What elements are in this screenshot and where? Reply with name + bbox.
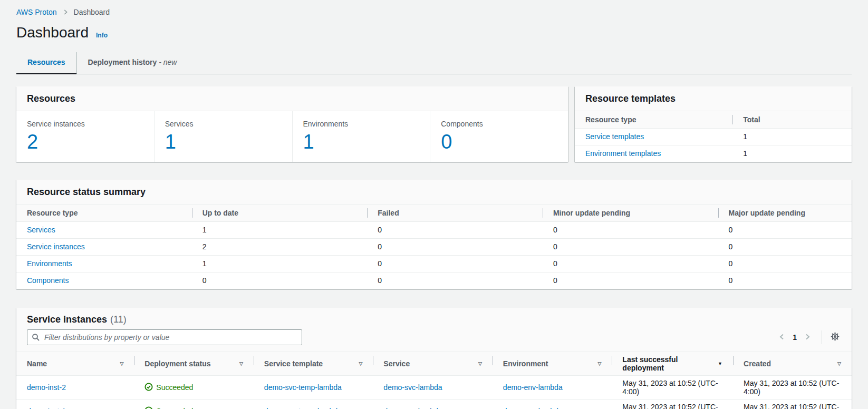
- cell-major: 0: [718, 238, 852, 255]
- col-failed: Failed: [367, 204, 543, 221]
- sort-icon: ▽: [239, 361, 243, 366]
- tab-deployment-history-new-badge: - new: [159, 58, 177, 66]
- pagination-current-page[interactable]: 1: [793, 333, 797, 342]
- table-row: demo-inst-2 Succeeded demo-svc-temp-lamb…: [16, 376, 852, 400]
- table-row: Services 1 0 0 0: [16, 221, 852, 238]
- resource-status-summary-panel: Resource status summary Resource type Up…: [16, 180, 852, 289]
- environment-link[interactable]: demo-env-lambda: [503, 383, 563, 392]
- metric-service-instances: Service instances 2: [16, 111, 154, 162]
- col-deployment-status[interactable]: Deployment status▽: [134, 352, 254, 376]
- col-service-label: Service: [383, 359, 410, 368]
- resources-panel-title: Resources: [16, 86, 568, 111]
- instance-name-link[interactable]: demo-inst-1: [27, 407, 66, 409]
- table-row: Environments 1 0 0 0: [16, 255, 852, 272]
- instance-name-link[interactable]: demo-inst-2: [27, 383, 66, 392]
- tab-resources[interactable]: Resources: [16, 52, 76, 74]
- check-circle-icon: [144, 383, 156, 393]
- page-title: Dashboard: [16, 24, 89, 42]
- components-link[interactable]: Components: [27, 276, 69, 285]
- cell-up-to-date: 1: [192, 221, 368, 238]
- filter-field: [27, 329, 302, 345]
- col-environment-label: Environment: [503, 359, 548, 368]
- col-name-label: Name: [27, 359, 47, 368]
- last-deployment-cell: May 31, 2023 at 10:52 (UTC-4:00): [612, 376, 733, 400]
- breadcrumb: AWS Proton Dashboard: [16, 0, 852, 16]
- service-template-link[interactable]: demo-svc-temp-lambda: [264, 407, 342, 409]
- col-service-template-label: Service template: [264, 359, 323, 368]
- sort-icon: ▽: [597, 361, 601, 366]
- sort-icon: ▽: [359, 361, 362, 366]
- service-instances-title: Service instances: [27, 314, 107, 325]
- chevron-right-icon: [62, 8, 69, 16]
- cell-minor: 0: [543, 255, 718, 272]
- resource-status-summary-title: Resource status summary: [16, 180, 852, 204]
- metric-label: Services: [165, 119, 282, 129]
- cell-failed: 0: [367, 255, 543, 272]
- col-total: Total: [732, 111, 852, 128]
- cell-major: 0: [718, 221, 852, 238]
- check-circle-icon: [144, 406, 156, 409]
- col-service[interactable]: Service▽: [373, 352, 493, 376]
- sort-descending-icon: ▼: [718, 361, 722, 366]
- col-last-successful-deployment-label: Last successful deployment: [622, 355, 715, 372]
- metric-label: Components: [441, 119, 557, 129]
- col-environment[interactable]: Environment▽: [493, 352, 612, 376]
- cell-failed: 0: [367, 238, 543, 255]
- col-created-label: Created: [744, 359, 771, 368]
- col-major-update-pending: Major update pending: [718, 204, 852, 221]
- metric-value-link[interactable]: 1: [165, 130, 176, 153]
- col-deployment-status-label: Deployment status: [144, 359, 210, 368]
- metric-value-link[interactable]: 1: [303, 130, 314, 153]
- tab-bar: Resources Deployment history - new: [16, 52, 852, 74]
- col-minor-update-pending: Minor update pending: [543, 204, 718, 221]
- services-link[interactable]: Services: [27, 226, 55, 234]
- service-instances-table: Name▽ Deployment status▽ Service templat…: [16, 352, 852, 409]
- metric-value-link[interactable]: 0: [441, 130, 452, 153]
- table-row: demo-inst-1 Succeeded demo-svc-temp-lamb…: [16, 400, 852, 409]
- pagination-prev-button[interactable]: [776, 330, 788, 345]
- sort-icon: ▽: [837, 361, 841, 366]
- service-instances-header: Service instances (11) 1: [16, 308, 852, 352]
- status-label: Succeeded: [156, 407, 193, 409]
- info-link[interactable]: Info: [96, 32, 108, 39]
- status-label: Succeeded: [156, 383, 193, 392]
- col-resource-type: Resource type: [16, 204, 192, 221]
- environment-templates-link[interactable]: Environment templates: [585, 149, 661, 158]
- cell-failed: 0: [367, 272, 543, 289]
- table-controls: 1: [776, 330, 841, 345]
- pagination-next-button[interactable]: [801, 330, 814, 345]
- service-templates-link[interactable]: Service templates: [585, 132, 644, 141]
- created-cell: May 31, 2023 at 10:52 (UTC-4:00): [733, 400, 852, 409]
- environment-link[interactable]: demo-env-lambda: [503, 407, 563, 409]
- service-link[interactable]: demo-svc-lambda: [383, 407, 442, 409]
- environments-link[interactable]: Environments: [27, 259, 72, 268]
- col-service-template[interactable]: Service template▽: [254, 352, 373, 376]
- col-created[interactable]: Created▽: [733, 352, 852, 376]
- status-badge: Succeeded: [144, 406, 243, 409]
- resource-status-summary-table: Resource type Up to date Failed Minor up…: [16, 204, 852, 289]
- col-last-successful-deployment[interactable]: Last successful deployment▼: [612, 352, 733, 376]
- resources-panel: Resources Service instances 2 Services 1…: [16, 86, 568, 162]
- table-row: Environment templates 1: [575, 145, 852, 162]
- sort-icon: ▽: [478, 361, 482, 366]
- chevron-right-icon: [803, 333, 812, 343]
- col-name[interactable]: Name▽: [16, 352, 134, 376]
- service-template-link[interactable]: demo-svc-temp-lambda: [264, 383, 342, 392]
- service-instances-link[interactable]: Service instances: [27, 242, 85, 251]
- cell-minor: 0: [543, 238, 718, 255]
- search-icon: [32, 333, 40, 343]
- filter-input[interactable]: [27, 329, 302, 345]
- last-deployment-cell: May 31, 2023 at 10:52 (UTC-4:00): [612, 400, 733, 409]
- tab-deployment-history[interactable]: Deployment history - new: [76, 52, 188, 74]
- breadcrumb-aws-proton[interactable]: AWS Proton: [16, 8, 57, 16]
- cell-up-to-date: 2: [192, 238, 368, 255]
- col-up-to-date: Up to date: [192, 204, 368, 221]
- metric-components: Components 0: [430, 111, 568, 162]
- service-link[interactable]: demo-svc-lambda: [383, 383, 442, 392]
- metric-services: Services 1: [154, 111, 292, 162]
- chevron-left-icon: [778, 333, 786, 343]
- cell-failed: 0: [367, 221, 543, 238]
- metric-value-link[interactable]: 2: [27, 130, 38, 153]
- col-resource-type: Resource type: [575, 111, 732, 128]
- settings-button[interactable]: [829, 330, 841, 344]
